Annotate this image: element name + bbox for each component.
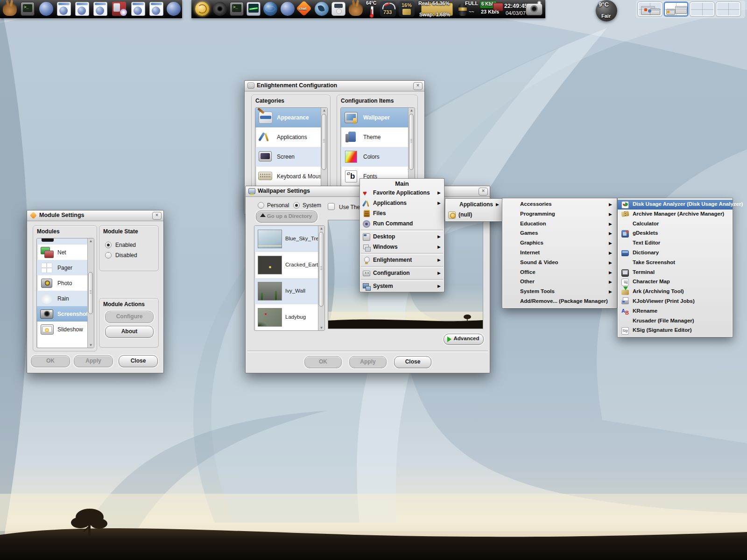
advanced-button[interactable]: Advanced bbox=[444, 334, 484, 345]
mascot-icon[interactable] bbox=[349, 2, 363, 16]
memory-gadget[interactable]: Real: 64.36% Swap: 1.68% bbox=[417, 0, 456, 18]
web-file-icon[interactable] bbox=[93, 2, 107, 16]
menu-item-character-map[interactable]: Character Map bbox=[618, 277, 733, 287]
menu-item-krusader[interactable]: Krusader (File Manager) bbox=[618, 316, 733, 326]
close-button[interactable] bbox=[479, 188, 488, 196]
menu-item-ark[interactable]: Ark (Archiving Tool) bbox=[618, 287, 733, 297]
menu-item-windows[interactable]: Windows bbox=[360, 242, 444, 252]
list-item-screenshot[interactable]: Screenshot bbox=[37, 306, 88, 322]
menu-item-ksig[interactable]: KSig (Signature Editor) bbox=[618, 326, 733, 336]
menu-item-run-command[interactable]: Run Command bbox=[360, 219, 444, 229]
web-file-icon[interactable] bbox=[149, 2, 163, 16]
ok-button[interactable]: OK bbox=[31, 355, 70, 367]
screenshot-gadget[interactable] bbox=[525, 0, 543, 17]
scroll-up-icon[interactable] bbox=[88, 238, 93, 244]
close-button[interactable] bbox=[413, 82, 423, 90]
pager-desktop-4[interactable] bbox=[716, 2, 740, 16]
scroll-thumb[interactable] bbox=[409, 114, 414, 170]
about-button[interactable]: About bbox=[105, 326, 154, 338]
list-item-rain[interactable]: Rain bbox=[37, 291, 88, 306]
weather-gadget[interactable]: 9°C Fair bbox=[593, 0, 621, 21]
menu-item-office[interactable]: Office bbox=[502, 268, 617, 278]
menu-item-dictionary[interactable]: Dictionary bbox=[618, 248, 733, 258]
menu-item-system[interactable]: System bbox=[360, 281, 444, 292]
menu-item-applications[interactable]: Applications bbox=[445, 200, 502, 210]
list-item-applications[interactable]: Applications bbox=[255, 127, 321, 147]
menu-item-gdesklets[interactable]: gDesklets bbox=[618, 229, 733, 238]
package-cd-icon[interactable] bbox=[112, 2, 126, 16]
globe-icon[interactable] bbox=[281, 2, 295, 16]
web-file-icon[interactable] bbox=[75, 2, 89, 16]
globe-icon[interactable] bbox=[167, 2, 181, 16]
list-item-net[interactable]: Net bbox=[37, 245, 88, 260]
menu-item-programming[interactable]: Programming bbox=[502, 210, 617, 219]
list-item-keyboard-mouse[interactable]: Keyboard & Mouse bbox=[255, 167, 321, 186]
titlebar[interactable]: Enlightenment Configuration bbox=[245, 81, 424, 91]
close-button[interactable]: Close bbox=[119, 355, 158, 367]
cpu-load-gadget[interactable]: 16% bbox=[399, 1, 415, 17]
list-item-theme[interactable]: Theme bbox=[341, 127, 409, 147]
disabled-radio[interactable] bbox=[105, 252, 112, 259]
menu-item-disk-usage-analyzer[interactable]: Disk Usage Analyzer (Disk Usage Analyzer… bbox=[618, 200, 733, 210]
list-item-wallpaper[interactable]: Wallpaper bbox=[341, 108, 409, 127]
titlebar[interactable]: Module Settings bbox=[27, 210, 163, 221]
scroll-up-icon[interactable] bbox=[322, 108, 327, 113]
list-item-colors[interactable]: Colors bbox=[341, 147, 409, 167]
list-item-pager[interactable]: Pager bbox=[37, 260, 88, 275]
list-item-blue-sky-tree[interactable]: Blue_Sky_Tree bbox=[254, 226, 318, 252]
network-sphere-icon[interactable] bbox=[263, 2, 277, 16]
menu-item-education[interactable]: Education bbox=[502, 219, 617, 229]
menu-item-games[interactable]: Games bbox=[502, 229, 617, 238]
go-up-directory-button[interactable]: Go up a Directory bbox=[256, 210, 317, 223]
scrollbar[interactable] bbox=[318, 226, 324, 330]
menu-item-other[interactable]: Other bbox=[502, 277, 617, 287]
wolf-icon[interactable] bbox=[315, 2, 329, 16]
close-button[interactable]: Close bbox=[394, 356, 431, 368]
scroll-thumb[interactable] bbox=[322, 114, 326, 170]
cpu-frequency-gadget[interactable]: 733 bbox=[380, 1, 396, 17]
menu-item-add-remove[interactable]: Add/Remove... (Package Manager) bbox=[502, 297, 617, 307]
xchat-icon[interactable] bbox=[297, 2, 311, 16]
menu-item-terminal[interactable]: Terminal bbox=[618, 268, 733, 278]
menu-item-archive-manager[interactable]: Archive Manager (Archive Manager) bbox=[618, 210, 733, 219]
music-player-icon[interactable] bbox=[331, 2, 345, 16]
pager-desktop-2-active[interactable] bbox=[664, 2, 688, 16]
monitor-graph-icon[interactable] bbox=[247, 2, 261, 16]
apply-button[interactable]: Apply bbox=[349, 356, 387, 368]
battery-gadget[interactable]: FULL ~~ bbox=[457, 0, 479, 18]
pager-desktop-1[interactable] bbox=[638, 2, 662, 16]
configure-button[interactable]: Configure bbox=[105, 311, 154, 323]
web-file-icon[interactable] bbox=[131, 2, 145, 16]
scrollbar[interactable] bbox=[87, 238, 94, 348]
menu-item-calculator[interactable]: Calculator bbox=[618, 219, 733, 229]
menu-item-favorite-applications[interactable]: Favorite Applications bbox=[360, 188, 444, 198]
network-gadget[interactable]: 6 Kb/s 23 Kb/s bbox=[479, 0, 503, 18]
globe-icon[interactable] bbox=[39, 2, 53, 16]
temperature-gadget[interactable]: 64°C bbox=[365, 0, 379, 18]
pager-desktop-3[interactable] bbox=[690, 2, 714, 16]
list-item-appearance[interactable]: Appearance bbox=[255, 108, 321, 127]
menu-item-accessories[interactable]: Accessories bbox=[502, 200, 617, 210]
menu-item-applications[interactable]: Applications bbox=[360, 198, 444, 209]
ok-button[interactable]: OK bbox=[304, 356, 342, 368]
scroll-down-icon[interactable] bbox=[88, 343, 93, 348]
menu-item-internet[interactable]: Internet bbox=[502, 248, 617, 258]
use-theme-checkbox[interactable] bbox=[328, 203, 335, 210]
list-item-cracked-earth[interactable]: Cracked_Earth bbox=[254, 252, 318, 278]
list-item-ladybug[interactable]: Ladybug bbox=[254, 304, 318, 330]
terminal-icon[interactable] bbox=[230, 2, 244, 16]
menu-item-null[interactable]: (null) bbox=[445, 210, 502, 220]
web-file-icon[interactable] bbox=[57, 2, 71, 16]
menu-item-desktop[interactable]: Desktop bbox=[360, 232, 444, 242]
menu-item-system-tools[interactable]: System Tools bbox=[502, 287, 617, 297]
scroll-thumb[interactable] bbox=[88, 272, 93, 314]
mascot-icon[interactable] bbox=[3, 2, 17, 16]
scroll-down-icon[interactable] bbox=[319, 325, 324, 330]
menu-item-krename[interactable]: KRename bbox=[618, 307, 733, 316]
menu-item-enlightenment[interactable]: Enlightenment bbox=[360, 255, 444, 266]
menu-item-graphics[interactable]: Graphics bbox=[502, 238, 617, 248]
speaker-icon[interactable] bbox=[213, 2, 227, 16]
enabled-radio[interactable] bbox=[105, 242, 112, 248]
system-radio[interactable] bbox=[293, 202, 300, 209]
menu-item-kjobviewer[interactable]: KJobViewer (Print Jobs) bbox=[618, 297, 733, 307]
